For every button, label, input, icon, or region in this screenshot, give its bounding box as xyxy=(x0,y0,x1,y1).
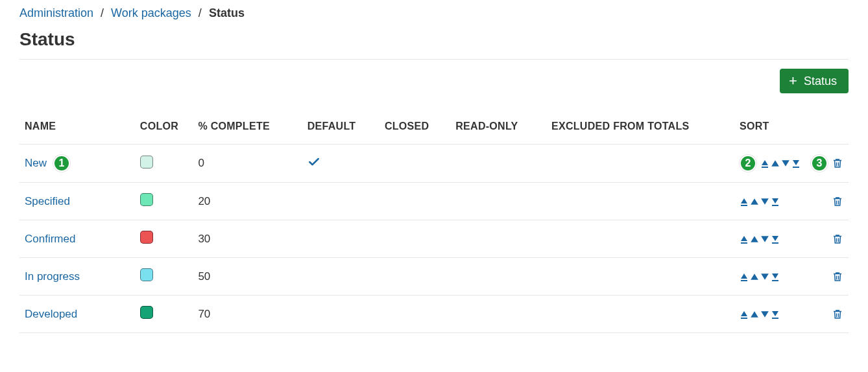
move-up-icon[interactable] xyxy=(750,235,759,244)
th-default: DEFAULT xyxy=(302,113,380,145)
color-swatch xyxy=(140,193,153,206)
move-up-icon[interactable] xyxy=(750,197,759,206)
move-down-icon[interactable] xyxy=(781,159,790,168)
th-readonly: READ-ONLY xyxy=(450,113,546,145)
status-name-link[interactable]: In progress xyxy=(25,270,80,283)
color-swatch xyxy=(140,268,153,281)
color-swatch xyxy=(140,156,153,169)
breadcrumb-separator: / xyxy=(101,6,104,19)
status-name-link[interactable]: Developed xyxy=(25,308,77,321)
table-row: Specified20 xyxy=(19,183,849,220)
add-status-button[interactable]: + Status xyxy=(780,69,849,93)
breadcrumb: Administration / Work packages / Status xyxy=(19,6,849,20)
percent-complete-value: 0 xyxy=(193,145,302,183)
delete-icon[interactable] xyxy=(832,308,843,321)
th-excluded: EXCLUDED FROM TOTALS xyxy=(546,113,734,145)
move-up-icon[interactable] xyxy=(750,310,759,319)
percent-complete-value: 20 xyxy=(193,183,302,220)
move-up-icon[interactable] xyxy=(771,159,780,168)
page-title: Status xyxy=(19,29,849,50)
th-color: COLOR xyxy=(135,113,193,145)
move-to-top-icon[interactable] xyxy=(740,235,749,244)
status-name-link[interactable]: New xyxy=(25,157,47,170)
add-status-label: Status xyxy=(804,75,837,88)
table-row: Developed70 xyxy=(19,296,849,333)
status-name-link[interactable]: Specified xyxy=(25,195,70,208)
annotation-marker-3: 3 xyxy=(811,155,828,172)
move-to-top-icon[interactable] xyxy=(740,310,749,319)
annotation-marker-1: 1 xyxy=(53,155,70,172)
color-swatch xyxy=(140,306,153,319)
check-icon xyxy=(307,159,320,171)
toolbar: + Status xyxy=(19,69,849,93)
breadcrumb-separator: / xyxy=(199,6,202,19)
table-row: In progress50 xyxy=(19,258,849,296)
th-pct: % COMPLETE xyxy=(193,113,302,145)
table-row: Confirmed30 xyxy=(19,220,849,258)
th-delete xyxy=(806,113,849,145)
move-down-icon[interactable] xyxy=(760,310,769,319)
status-name-link[interactable]: Confirmed xyxy=(25,233,75,246)
divider xyxy=(19,59,849,60)
breadcrumb-work-packages[interactable]: Work packages xyxy=(111,6,191,19)
percent-complete-value: 30 xyxy=(193,220,302,258)
move-to-top-icon[interactable] xyxy=(740,197,749,206)
delete-icon[interactable] xyxy=(832,195,843,208)
percent-complete-value: 70 xyxy=(193,296,302,333)
annotation-marker-2: 2 xyxy=(740,155,756,172)
delete-icon[interactable] xyxy=(832,157,843,170)
color-swatch xyxy=(140,231,153,244)
plus-icon: + xyxy=(789,74,797,88)
move-down-icon[interactable] xyxy=(760,235,769,244)
move-to-bottom-icon[interactable] xyxy=(791,159,801,168)
status-table: NAME COLOR % COMPLETE DEFAULT CLOSED REA… xyxy=(19,113,849,333)
table-row: New1023 xyxy=(19,145,849,183)
move-down-icon[interactable] xyxy=(760,197,769,206)
move-to-top-icon[interactable] xyxy=(760,159,769,168)
breadcrumb-status: Status xyxy=(209,6,245,19)
move-up-icon[interactable] xyxy=(750,272,759,281)
delete-icon[interactable] xyxy=(832,270,843,283)
move-to-top-icon[interactable] xyxy=(740,272,749,281)
breadcrumb-administration[interactable]: Administration xyxy=(19,6,93,19)
move-to-bottom-icon[interactable] xyxy=(771,197,780,206)
th-name: NAME xyxy=(19,113,135,145)
delete-icon[interactable] xyxy=(832,233,843,246)
th-closed: CLOSED xyxy=(380,113,450,145)
percent-complete-value: 50 xyxy=(193,258,302,296)
move-to-bottom-icon[interactable] xyxy=(771,235,780,244)
move-to-bottom-icon[interactable] xyxy=(771,310,780,319)
th-sort: SORT xyxy=(734,113,806,145)
move-to-bottom-icon[interactable] xyxy=(771,272,780,281)
move-down-icon[interactable] xyxy=(760,272,769,281)
